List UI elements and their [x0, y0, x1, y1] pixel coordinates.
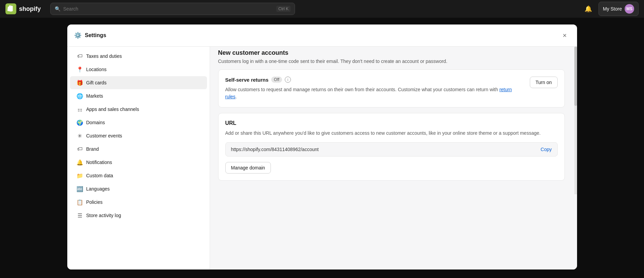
- sidebar-item-brand[interactable]: 🏷 Brand: [70, 143, 207, 156]
- location-icon: 📍: [77, 66, 83, 72]
- sidebar-item-gift-cards[interactable]: 🎁 Gift cards: [70, 76, 207, 89]
- avatar: MS: [625, 4, 634, 14]
- modal-header: ⚙️ Settings ×: [67, 24, 577, 47]
- url-value: https://shopify.com/84311408962/account: [231, 147, 319, 152]
- sidebar-item-notifications[interactable]: 🔔 Notifications: [70, 156, 207, 169]
- url-card: URL Add or share this URL anywhere you'd…: [218, 113, 565, 181]
- logo: shopify: [5, 3, 46, 14]
- settings-sidebar: 🏷 Taxes and duties 📍 Locations 🎁 Gift ca…: [67, 47, 210, 269]
- brand-icon: 🏷: [77, 146, 83, 152]
- url-section-description: Add or share this URL anywhere you'd lik…: [225, 130, 558, 137]
- top-nav: shopify 🔍 Ctrl K 🔔 My Store MS: [0, 0, 644, 18]
- domains-icon: 🌍: [77, 119, 83, 126]
- gift-icon: 🎁: [77, 80, 83, 86]
- modal-title: Settings: [85, 32, 106, 38]
- sidebar-item-label: Apps and sales channels: [86, 107, 139, 112]
- section-peek: New customer accounts Customers log in w…: [210, 47, 573, 64]
- sidebar-item-label: Domains: [86, 120, 105, 125]
- info-icon[interactable]: i: [285, 77, 291, 83]
- self-serve-returns-label: Self-serve returns: [225, 77, 269, 83]
- close-icon: ×: [563, 32, 567, 39]
- sidebar-item-domains[interactable]: 🌍 Domains: [70, 116, 207, 129]
- self-serve-returns-card: Self-serve returns Off i Allow customers…: [218, 69, 565, 108]
- search-shortcut: Ctrl K: [276, 6, 291, 12]
- scroll-thumb[interactable]: [574, 47, 577, 106]
- events-icon: ✳: [77, 133, 83, 139]
- self-serve-description: Allow customers to request and manage re…: [225, 86, 524, 100]
- modal-body: 🏷 Taxes and duties 📍 Locations 🎁 Gift ca…: [67, 47, 577, 269]
- modal-close-button[interactable]: ×: [559, 30, 570, 41]
- card-title-row: Self-serve returns Off i: [225, 77, 524, 83]
- sidebar-item-label: Languages: [86, 186, 110, 192]
- copy-button[interactable]: Copy: [541, 147, 552, 152]
- card-content-row: Self-serve returns Off i Allow customers…: [225, 77, 558, 100]
- custom-data-icon: 📁: [77, 173, 83, 179]
- search-bar[interactable]: 🔍 Ctrl K: [50, 3, 295, 15]
- sidebar-item-customer-events[interactable]: ✳ Customer events: [70, 129, 207, 142]
- off-badge: Off: [271, 77, 282, 83]
- content-inner: Self-serve returns Off i Allow customers…: [210, 69, 573, 194]
- sidebar-item-store-activity[interactable]: ☰ Store activity log: [70, 209, 207, 222]
- section-subtitle: Customers log in with a one-time code se…: [218, 59, 565, 64]
- sidebar-item-markets[interactable]: 🌐 Markets: [70, 89, 207, 102]
- main-content: New customer accounts Customers log in w…: [210, 47, 577, 269]
- sidebar-item-custom-data[interactable]: 📁 Custom data: [70, 169, 207, 182]
- manage-domain-button[interactable]: Manage domain: [225, 162, 271, 174]
- sidebar-item-label: Taxes and duties: [86, 53, 122, 59]
- sidebar-item-languages[interactable]: 🔤 Languages: [70, 182, 207, 195]
- sidebar-item-apps[interactable]: ⚏ Apps and sales channels: [70, 103, 207, 116]
- sidebar-item-label: Custom data: [86, 173, 113, 178]
- sidebar-item-label: Gift cards: [86, 80, 107, 85]
- card-right: Turn on: [530, 77, 558, 88]
- settings-gear-icon: ⚙️: [74, 32, 82, 39]
- turn-on-button[interactable]: Turn on: [530, 77, 558, 88]
- logo-text: shopify: [19, 5, 41, 13]
- settings-modal: ⚙️ Settings × 🏷 Taxes and duties 📍 Locat…: [67, 24, 577, 269]
- languages-icon: 🔤: [77, 186, 83, 192]
- sidebar-item-label: Policies: [86, 199, 103, 205]
- nav-right: 🔔 My Store MS: [582, 2, 639, 16]
- sidebar-item-locations[interactable]: 📍 Locations: [70, 63, 207, 76]
- search-icon: 🔍: [55, 6, 60, 12]
- sidebar-item-label: Notifications: [86, 160, 112, 165]
- store-selector-button[interactable]: My Store MS: [598, 2, 639, 16]
- store-label: My Store: [603, 6, 622, 12]
- card-left: Self-serve returns Off i Allow customers…: [225, 77, 524, 100]
- sidebar-item-label: Customer events: [86, 133, 122, 138]
- activity-icon: ☰: [77, 212, 83, 218]
- shopify-logo-icon: [5, 3, 16, 14]
- policies-icon: 📋: [77, 199, 83, 205]
- sidebar-item-label: Locations: [86, 67, 107, 72]
- sidebar-item-label: Markets: [86, 93, 103, 99]
- sidebar-item-taxes[interactable]: 🏷 Taxes and duties: [70, 50, 207, 63]
- url-field: https://shopify.com/84311408962/account …: [225, 142, 558, 157]
- notifications-icon: 🔔: [77, 159, 83, 165]
- bell-icon: 🔔: [585, 5, 592, 13]
- url-section-title: URL: [225, 120, 558, 126]
- sidebar-item-policies[interactable]: 📋 Policies: [70, 196, 207, 209]
- modal-overlay: ⚙️ Settings × 🏷 Taxes and duties 📍 Locat…: [0, 18, 644, 278]
- notifications-bell-button[interactable]: 🔔: [582, 3, 594, 15]
- tax-icon: 🏷: [77, 53, 83, 59]
- sidebar-item-label: Brand: [86, 146, 99, 152]
- markets-icon: 🌐: [77, 93, 83, 99]
- section-title: New customer accounts: [218, 49, 565, 56]
- scroll-track: [574, 47, 577, 194]
- search-input[interactable]: [63, 6, 274, 12]
- sidebar-item-label: Store activity log: [86, 213, 121, 218]
- apps-icon: ⚏: [77, 106, 83, 112]
